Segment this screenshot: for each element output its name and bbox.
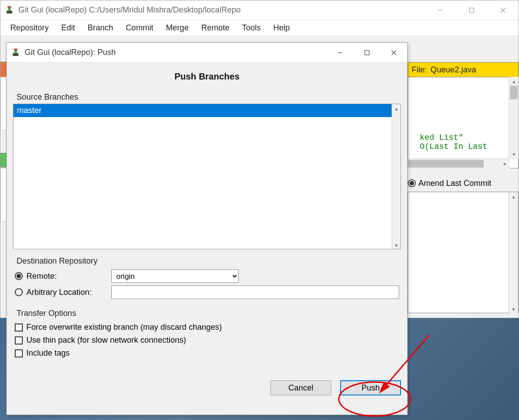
remote-row: Remote: origin bbox=[15, 269, 399, 283]
thin-pack-checkbox[interactable] bbox=[15, 336, 23, 344]
include-tags-row: Include tags bbox=[15, 349, 399, 358]
git-gui-app-icon bbox=[11, 48, 20, 57]
push-dialog: Git Gui (localRepo): Push Push Branches … bbox=[6, 42, 408, 415]
destination-repo-label: Destination Repository bbox=[15, 256, 99, 267]
dialog-maximize-button[interactable] bbox=[354, 43, 380, 63]
remote-radio[interactable] bbox=[15, 272, 23, 280]
thin-pack-row: Use thin pack (for slow network connecti… bbox=[15, 336, 399, 345]
arbitrary-label: Arbitrary Location: bbox=[26, 288, 111, 297]
include-tags-label: Include tags bbox=[26, 349, 70, 358]
branch-list-scrollbar[interactable]: ▴ ▾ bbox=[392, 104, 401, 249]
remote-select[interactable]: origin bbox=[111, 269, 239, 283]
menu-remote[interactable]: Remote bbox=[195, 21, 236, 34]
minimize-button[interactable] bbox=[425, 0, 456, 20]
scroll-down-icon[interactable]: ▾ bbox=[509, 150, 519, 159]
branch-item[interactable]: master bbox=[13, 104, 401, 117]
transfer-options-group: Transfer Options Force overwrite existin… bbox=[11, 306, 403, 363]
file-header: File: Queue2.java bbox=[408, 62, 519, 77]
git-gui-app-icon bbox=[5, 6, 14, 15]
file-horizontal-scrollbar[interactable]: ▸ bbox=[408, 159, 510, 168]
source-branches-label: Source Branches bbox=[15, 92, 80, 103]
scroll-thumb[interactable] bbox=[510, 86, 518, 99]
arbitrary-location-input[interactable] bbox=[111, 286, 399, 299]
arbitrary-radio[interactable] bbox=[15, 288, 23, 296]
main-window-controls bbox=[425, 0, 519, 20]
source-branches-list[interactable]: master ▴ ▾ bbox=[13, 104, 401, 249]
menu-merge[interactable]: Merge bbox=[160, 21, 195, 34]
force-overwrite-label: Force overwrite existing branch (may dis… bbox=[26, 323, 222, 332]
svg-rect-9 bbox=[14, 49, 18, 50]
file-vertical-scrollbar[interactable]: ▴ ▾ bbox=[509, 77, 519, 159]
dialog-button-row: Cancel Push bbox=[7, 366, 407, 402]
close-button[interactable] bbox=[487, 0, 519, 20]
scroll-up-icon[interactable]: ▴ bbox=[509, 77, 519, 86]
push-branches-header: Push Branches bbox=[7, 63, 407, 87]
dialog-titlebar: Git Gui (localRepo): Push bbox=[7, 43, 407, 63]
svg-rect-1 bbox=[8, 7, 10, 11]
file-header-label: File: bbox=[412, 65, 427, 75]
dialog-title: Git Gui (localRepo): Push bbox=[25, 48, 327, 57]
menu-repository[interactable]: Repository bbox=[4, 21, 55, 34]
push-button[interactable]: Push bbox=[340, 380, 401, 395]
menu-tools[interactable]: Tools bbox=[236, 21, 267, 34]
maximize-button[interactable] bbox=[456, 0, 487, 20]
svg-rect-7 bbox=[13, 53, 19, 55]
commit-message-box[interactable]: ▴ ▾ bbox=[408, 192, 519, 313]
file-header-filename: Queue2.java bbox=[430, 65, 476, 75]
svg-rect-4 bbox=[469, 8, 474, 13]
cancel-button[interactable]: Cancel bbox=[270, 380, 331, 395]
amend-radio[interactable] bbox=[408, 179, 416, 187]
scroll-up-icon[interactable]: ▴ bbox=[392, 104, 401, 113]
diff-line: O(Last In Last bbox=[413, 142, 514, 151]
main-menubar: Repository Edit Branch Commit Merge Remo… bbox=[0, 20, 519, 35]
menu-edit[interactable]: Edit bbox=[55, 21, 81, 34]
menu-branch[interactable]: Branch bbox=[81, 21, 119, 34]
dialog-minimize-button[interactable] bbox=[327, 43, 354, 63]
remote-label: Remote: bbox=[26, 272, 111, 281]
amend-commit-row: Amend Last Commit bbox=[408, 176, 515, 190]
destination-repo-group: Destination Repository Remote: origin Ar… bbox=[11, 254, 403, 303]
main-titlebar: Git Gui (localRepo) C:/Users/Mridul Mish… bbox=[0, 0, 519, 20]
thin-pack-label: Use thin pack (for slow network connecti… bbox=[26, 336, 186, 345]
scroll-down-icon[interactable]: ▾ bbox=[509, 305, 518, 314]
source-branches-group: Source Branches master ▴ ▾ bbox=[11, 90, 403, 251]
scroll-right-icon[interactable]: ▸ bbox=[501, 159, 510, 168]
include-tags-checkbox[interactable] bbox=[15, 349, 23, 357]
transfer-options-label: Transfer Options bbox=[15, 308, 78, 319]
arbitrary-row: Arbitrary Location: bbox=[15, 286, 399, 299]
svg-rect-2 bbox=[8, 6, 12, 8]
force-overwrite-checkbox[interactable] bbox=[15, 323, 23, 332]
scroll-down-icon[interactable]: ▾ bbox=[392, 241, 401, 249]
svg-rect-0 bbox=[7, 10, 13, 13]
svg-rect-11 bbox=[365, 50, 369, 55]
menu-help[interactable]: Help bbox=[267, 21, 296, 34]
diff-line: ked List" bbox=[413, 133, 514, 142]
main-window-title: Git Gui (localRepo) C:/Users/Mridul Mish… bbox=[18, 5, 425, 15]
commit-msg-scrollbar[interactable]: ▴ ▾ bbox=[508, 192, 518, 314]
scroll-thumb[interactable] bbox=[408, 160, 484, 168]
menu-commit[interactable]: Commit bbox=[119, 21, 160, 34]
force-overwrite-row: Force overwrite existing branch (may dis… bbox=[15, 323, 399, 332]
file-diff-content[interactable]: ked List" O(Last In Last bbox=[408, 77, 519, 168]
svg-rect-8 bbox=[14, 49, 17, 53]
dialog-close-button[interactable] bbox=[380, 43, 407, 63]
amend-label: Amend Last Commit bbox=[418, 179, 491, 188]
dialog-window-controls bbox=[327, 43, 407, 63]
scroll-up-icon[interactable]: ▴ bbox=[509, 192, 518, 201]
